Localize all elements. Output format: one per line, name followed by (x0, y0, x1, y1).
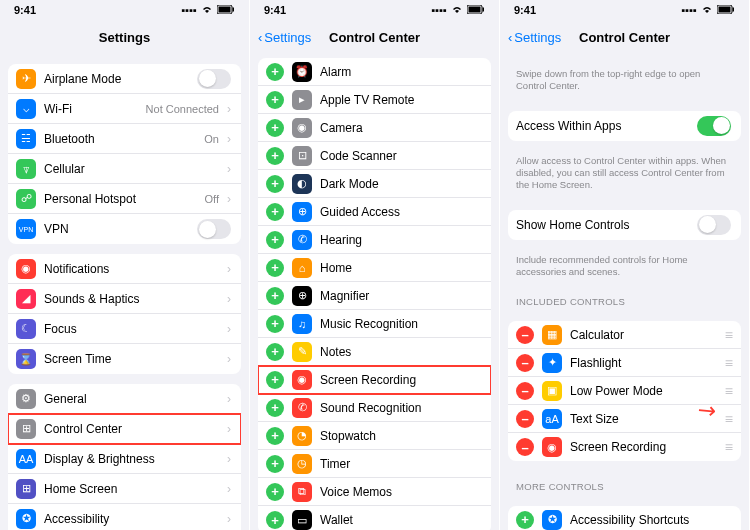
row-wallet[interactable]: +▭Wallet (258, 506, 491, 530)
toggle[interactable] (197, 69, 231, 89)
row-label: Music Recognition (320, 317, 481, 331)
row-voice-memos[interactable]: +⧉Voice Memos (258, 478, 491, 506)
row-focus[interactable]: ☾Focus› (8, 314, 241, 344)
back-button[interactable]: ‹ Settings (258, 30, 311, 45)
row-cellular[interactable]: ⍒Cellular› (8, 154, 241, 184)
row-label: Wi-Fi (44, 102, 138, 116)
add-button[interactable]: + (266, 483, 284, 501)
cc-add-content[interactable]: +⏰Alarm+▸Apple TV Remote+◉Camera+⊡Code S… (250, 54, 499, 530)
included-controls-list: –▦Calculator≡–✦Flashlight≡–▣Low Power Mo… (508, 321, 741, 461)
row-screen-time[interactable]: ⌛Screen Time› (8, 344, 241, 374)
row-general[interactable]: ⚙General› (8, 384, 241, 414)
dark-mode-icon: ◐ (292, 174, 312, 194)
row-notifications[interactable]: ◉Notifications› (8, 254, 241, 284)
add-button[interactable]: + (266, 147, 284, 165)
row-control-center[interactable]: ⊞Control Center› (8, 414, 241, 444)
remove-button[interactable]: – (516, 354, 534, 372)
screen-settings: 9:41 ▪▪▪▪ Settings ✈Airplane Mode⌵Wi-FiN… (0, 0, 250, 530)
row-screen-recording[interactable]: +◉Screen Recording (258, 366, 491, 394)
signal-icon: ▪▪▪▪ (181, 4, 197, 16)
toggle-show-home-controls[interactable] (697, 215, 731, 235)
row-text-size[interactable]: –aAText Size≡ (508, 405, 741, 433)
row-vpn[interactable]: VPNVPN (8, 214, 241, 244)
row-airplane-mode[interactable]: ✈Airplane Mode (8, 64, 241, 94)
wallet-icon: ▭ (292, 510, 312, 530)
row-sound-recognition[interactable]: +✆Sound Recognition (258, 394, 491, 422)
row-label: Timer (320, 457, 481, 471)
row-show-home-controls[interactable]: Show Home Controls (508, 210, 741, 240)
cc-main-content[interactable]: Swipe down from the top-right edge to op… (500, 54, 749, 530)
row-stopwatch[interactable]: +◔Stopwatch (258, 422, 491, 450)
add-button[interactable]: + (266, 231, 284, 249)
row-music-recognition[interactable]: +♫Music Recognition (258, 310, 491, 338)
add-button[interactable]: + (266, 119, 284, 137)
add-button[interactable]: + (266, 371, 284, 389)
row-home[interactable]: +⌂Home (258, 254, 491, 282)
row-accessibility-shortcuts[interactable]: +✪Accessibility Shortcuts (508, 506, 741, 530)
row-flashlight[interactable]: –✦Flashlight≡ (508, 349, 741, 377)
drag-handle-icon[interactable]: ≡ (725, 439, 731, 455)
row-alarm[interactable]: +⏰Alarm (258, 58, 491, 86)
row-magnifier[interactable]: +⊕Magnifier (258, 282, 491, 310)
toggle-access-within-apps[interactable] (697, 116, 731, 136)
row-camera[interactable]: +◉Camera (258, 114, 491, 142)
row-code-scanner[interactable]: +⊡Code Scanner (258, 142, 491, 170)
row-label: Notes (320, 345, 481, 359)
drag-handle-icon[interactable]: ≡ (725, 383, 731, 399)
status-bar: 9:41 ▪▪▪▪ (500, 0, 749, 20)
chevron-right-icon: › (227, 162, 231, 176)
add-button[interactable]: + (266, 63, 284, 81)
add-button[interactable]: + (266, 455, 284, 473)
magnifier-icon: ⊕ (292, 286, 312, 306)
remove-button[interactable]: – (516, 382, 534, 400)
row-low-power-mode[interactable]: –▣Low Power Mode≡ (508, 377, 741, 405)
row-timer[interactable]: +◷Timer (258, 450, 491, 478)
sounds-haptics-icon: ◢ (16, 289, 36, 309)
add-button[interactable]: + (266, 259, 284, 277)
drag-handle-icon[interactable]: ≡ (725, 355, 731, 371)
chevron-right-icon: › (227, 322, 231, 336)
add-button[interactable]: + (266, 175, 284, 193)
row-access-within-apps[interactable]: Access Within Apps (508, 111, 741, 141)
remove-button[interactable]: – (516, 410, 534, 428)
row-wi-fi[interactable]: ⌵Wi-FiNot Connected› (8, 94, 241, 124)
add-button[interactable]: + (266, 511, 284, 529)
add-button[interactable]: + (266, 399, 284, 417)
row-notes[interactable]: +✎Notes (258, 338, 491, 366)
chevron-right-icon: › (227, 452, 231, 466)
drag-handle-icon[interactable]: ≡ (725, 411, 731, 427)
row-label: Alarm (320, 65, 481, 79)
row-screen-recording[interactable]: –◉Screen Recording≡ (508, 433, 741, 461)
add-button[interactable]: + (516, 511, 534, 529)
add-button[interactable]: + (266, 427, 284, 445)
row-bluetooth[interactable]: ☵BluetoothOn› (8, 124, 241, 154)
remove-button[interactable]: – (516, 326, 534, 344)
row-hearing[interactable]: +✆Hearing (258, 226, 491, 254)
row-label: Home Screen (44, 482, 219, 496)
settings-content[interactable]: ✈Airplane Mode⌵Wi-FiNot Connected›☵Bluet… (0, 54, 249, 530)
row-label: Access Within Apps (516, 119, 689, 133)
row-display-brightness[interactable]: AADisplay & Brightness› (8, 444, 241, 474)
add-button[interactable]: + (266, 91, 284, 109)
add-button[interactable]: + (266, 315, 284, 333)
add-button[interactable]: + (266, 343, 284, 361)
row-calculator[interactable]: –▦Calculator≡ (508, 321, 741, 349)
included-header: Included Controls (500, 286, 749, 311)
signal-icon: ▪▪▪▪ (431, 4, 447, 16)
add-button[interactable]: + (266, 203, 284, 221)
row-guided-access[interactable]: +⊕Guided Access (258, 198, 491, 226)
toggle[interactable] (197, 219, 231, 239)
more-controls-list: +✪Accessibility Shortcuts+⏰Alarm+▸Apple … (508, 506, 741, 530)
drag-handle-icon[interactable]: ≡ (725, 327, 731, 343)
row-dark-mode[interactable]: +◐Dark Mode (258, 170, 491, 198)
row-accessibility[interactable]: ✪Accessibility› (8, 504, 241, 530)
back-button[interactable]: ‹ Settings (508, 30, 561, 45)
row-personal-hotspot[interactable]: ☍Personal HotspotOff› (8, 184, 241, 214)
row-sounds-haptics[interactable]: ◢Sounds & Haptics› (8, 284, 241, 314)
row-home-screen[interactable]: ⊞Home Screen› (8, 474, 241, 504)
add-button[interactable]: + (266, 287, 284, 305)
remove-button[interactable]: – (516, 438, 534, 456)
chevron-right-icon: › (227, 292, 231, 306)
row-apple-tv-remote[interactable]: +▸Apple TV Remote (258, 86, 491, 114)
control-center-icon: ⊞ (16, 419, 36, 439)
